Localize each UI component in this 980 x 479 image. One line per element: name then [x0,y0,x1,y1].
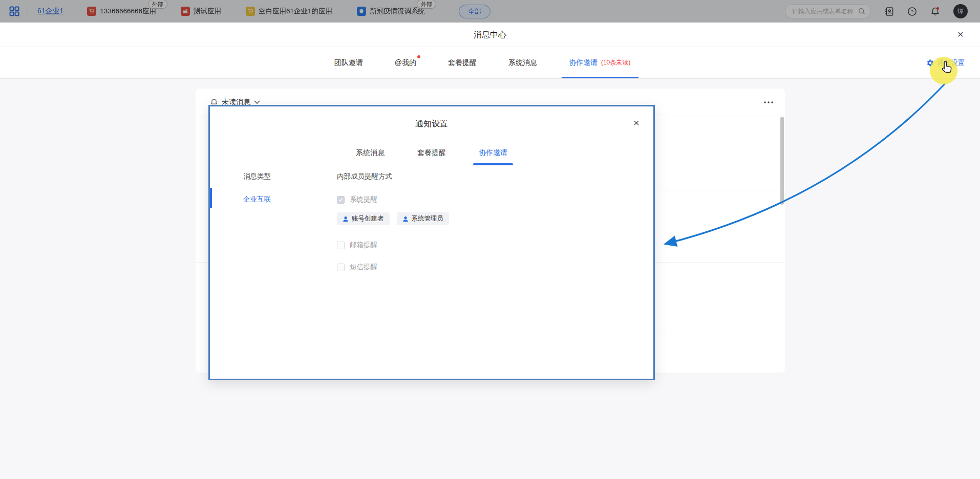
unread-count: (10条未读) [601,58,630,67]
cart-icon [246,7,255,16]
clapperboard-icon [181,7,190,16]
tab-plan-reminder[interactable]: 套餐提醒 [448,47,477,78]
page-title: 消息中心 [0,23,980,47]
checkbox-email-remind[interactable] [337,242,345,249]
search-input[interactable] [792,8,858,15]
message-center-tabs: 团队邀请 @我的 套餐提醒 系统消息 协作邀请 (10条未读) 通知设置 [0,47,980,79]
modal-tab-plan-reminder[interactable]: 套餐提醒 [417,141,446,165]
contacts-icon[interactable] [884,7,894,16]
app-label: 13366666666应用 [100,7,156,16]
modal-header: 通知设置 × [210,106,653,141]
modal-tabs: 系统消息 套餐提醒 协作邀请 [210,141,653,165]
unread-dot [417,55,420,58]
notifications-bell-icon[interactable] [930,7,940,16]
app-search[interactable] [785,4,871,18]
topbar-divider [28,7,28,15]
all-apps-pill[interactable]: 全部 [459,5,491,18]
modal-body: 消息类型 企业互联 内部成员提醒方式 系统提醒 账号创建者 系统管理员 [210,165,653,378]
help-icon[interactable]: ? [907,7,917,16]
tab-team-invite[interactable]: 团队邀请 [334,47,363,78]
modal-close-button[interactable]: × [629,116,644,131]
modal-title: 通知设置 [210,106,653,141]
app-item-blank[interactable]: 空白应用61企业1的应用 [246,7,332,16]
option-system-remind: 系统提醒 [337,195,377,204]
message-center-header: 消息中心 × [0,23,980,47]
notification-settings-modal: 通知设置 × 系统消息 套餐提醒 协作邀请 消息类型 企业互联 内部成员提醒方式… [208,105,655,380]
search-icon [858,8,865,15]
checkbox-system-remind [337,196,345,204]
person-icon [402,216,409,222]
message-type-header: 消息类型 [243,172,271,181]
modal-tab-collab-invite[interactable]: 协作邀请 [479,141,507,165]
modal-tab-system-message[interactable]: 系统消息 [356,141,385,165]
tag-account-creator: 账号创建者 [337,212,390,225]
user-avatar[interactable]: 谭 [953,4,968,18]
notification-settings-button[interactable]: 通知设置 [926,47,965,79]
app-item-test[interactable]: 测试应用 [181,7,221,16]
tab-collab-invite[interactable]: 协作邀请 (10条未读) [569,47,630,78]
check-icon [338,197,344,203]
option-email-remind[interactable]: 邮箱提醒 [337,241,377,250]
sidebar-item-enterprise-link[interactable]: 企业互联 [243,195,271,204]
external-badge: 外部 [417,0,436,9]
workspace-link[interactable]: 61企业1 [37,7,63,16]
tag-system-admin: 系统管理员 [397,212,450,225]
more-actions-button[interactable] [763,101,774,104]
scrollbar-thumb[interactable] [780,117,784,205]
recipient-tags: 账号创建者 系统管理员 [337,212,449,225]
app-label: 测试应用 [194,7,221,16]
gear-icon [926,59,934,67]
external-badge: 外部 [148,0,167,9]
top-app-bar: 61企业1 13366666666应用 外部 测试应用 空白应用61企业1的应用… [0,0,980,23]
chevron-down-icon [254,100,260,104]
topbar-right: ? 谭 [785,4,968,18]
app-grid-icon[interactable] [9,6,19,16]
option-sms-remind[interactable]: 短信提醒 [337,263,377,272]
remind-method-header: 内部成员提醒方式 [337,172,392,181]
person-icon [343,216,349,222]
tab-mentions[interactable]: @我的 [395,47,416,78]
settings-button-label: 通知设置 [937,58,965,68]
shield-icon [357,7,366,16]
app-item-1336[interactable]: 13366666666应用 外部 [87,7,156,16]
app-label: 空白应用61企业1的应用 [259,7,332,16]
message-center-close-button[interactable]: × [953,28,968,42]
app-item-covid[interactable]: 新冠疫情流调系统 外部 [357,7,425,16]
checkbox-sms-remind[interactable] [337,264,345,271]
svg-text:?: ? [911,8,914,14]
active-item-indicator [210,188,212,208]
app-label: 新冠疫情流调系统 [370,7,425,16]
tab-system-message[interactable]: 系统消息 [508,47,537,78]
cart-icon [87,7,96,16]
